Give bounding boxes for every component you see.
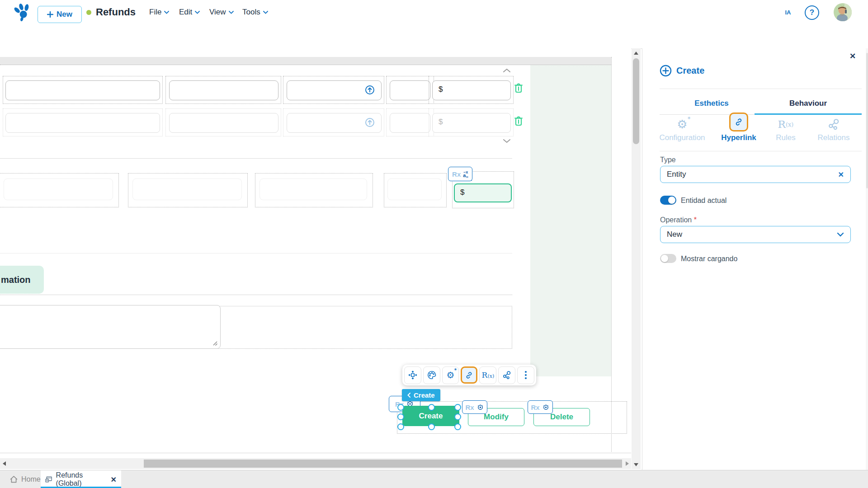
hyperlink-active-box <box>729 113 748 131</box>
section-tab-chip[interactable]: mation <box>0 266 44 294</box>
scroll-right-arrow[interactable] <box>624 460 630 467</box>
delete-rx-visibility-badge[interactable]: Rx <box>528 400 553 414</box>
plus-circle-icon <box>660 65 672 77</box>
rx-formula-badge[interactable]: Rx −xa„ <box>448 167 472 181</box>
rules-button[interactable]: R(x) <box>479 366 496 384</box>
selection-handle[interactable] <box>397 413 404 420</box>
menu-view[interactable]: View <box>209 8 234 17</box>
subtab-rules-label: Rules <box>776 133 795 142</box>
chevron-down-icon[interactable] <box>503 139 511 143</box>
subtab-hyperlink-label: Hyperlink <box>721 133 756 142</box>
tab-home[interactable]: Home <box>5 470 46 488</box>
selected-element-tag[interactable]: Create <box>402 389 440 401</box>
subtab-relations[interactable]: Relations <box>809 115 859 142</box>
chevron-up-icon[interactable] <box>503 68 511 73</box>
required-asterisk: * <box>694 216 697 224</box>
selection-handle[interactable] <box>397 404 404 411</box>
text-input-ghost <box>5 113 160 133</box>
subtab-rules[interactable]: R(x) Rules <box>765 115 806 142</box>
text-input[interactable] <box>5 80 160 100</box>
user-avatar[interactable] <box>834 3 852 21</box>
upload-arrow-icon <box>364 117 375 128</box>
properties-panel: ✕ Create Esthetics Behaviour ⚙ ✶ Configu… <box>642 48 868 470</box>
menu-edit[interactable]: Edit <box>179 8 200 17</box>
clear-type-icon[interactable]: ✕ <box>838 170 844 179</box>
faint-input[interactable] <box>4 178 113 200</box>
chevron-down-icon <box>195 11 200 14</box>
bottom-tab-bar: Home Refunds (Global) ✕ <box>0 470 868 488</box>
selection-handle[interactable] <box>454 404 461 411</box>
new-button[interactable]: New <box>38 6 82 23</box>
trash-icon[interactable] <box>513 81 524 95</box>
rx-label: Rx <box>452 170 461 178</box>
selection-handle[interactable] <box>454 413 461 420</box>
small-input-ghost <box>390 113 430 133</box>
more-options-button[interactable] <box>517 366 534 384</box>
scroll-left-arrow[interactable] <box>1 460 7 467</box>
upload-arrow-icon[interactable] <box>364 84 375 95</box>
status-dot <box>86 10 91 15</box>
app-logo[interactable] <box>13 3 33 23</box>
scroll-down-arrow[interactable] <box>632 461 641 468</box>
relations-button[interactable] <box>498 366 515 384</box>
rules-fx-icon: R(x) <box>482 371 495 380</box>
resize-grip-icon[interactable] <box>212 340 218 346</box>
comments-textarea[interactable] <box>0 305 221 349</box>
panel-close-icon[interactable]: ✕ <box>849 52 856 61</box>
selection-handle[interactable] <box>428 423 435 430</box>
tab-refunds-global-label: Refunds (Global) <box>56 471 106 488</box>
horizontal-scrollbar[interactable] <box>0 458 631 469</box>
section-highlight <box>530 57 611 376</box>
panel-divider <box>660 151 862 151</box>
modify-rx-visibility-badge[interactable]: Rx <box>462 400 487 414</box>
faint-input[interactable] <box>259 178 367 200</box>
hyperlink-button-active[interactable] <box>461 366 477 384</box>
entity-toggle-label: Entidad actual <box>681 197 726 205</box>
panel-scroll-thumb[interactable] <box>866 53 868 188</box>
vertical-scroll-thumb[interactable] <box>633 58 639 144</box>
menu-tools[interactable]: Tools <box>242 8 268 17</box>
currency-input[interactable] <box>432 80 511 100</box>
vertical-scrollbar[interactable] <box>632 48 641 469</box>
move-element-button[interactable] <box>404 366 421 384</box>
subtab-hyperlink-active[interactable]: Hyperlink <box>714 113 764 142</box>
help-button[interactable]: ? <box>805 5 819 20</box>
loading-toggle-off[interactable] <box>660 254 676 263</box>
style-palette-button[interactable] <box>423 366 440 384</box>
type-label: Type <box>660 156 676 164</box>
trash-icon[interactable] <box>513 114 524 128</box>
app-window: New Refunds File Edit View Tools IA ? <box>0 0 868 488</box>
tab-esthetics[interactable]: Esthetics <box>660 94 764 113</box>
text-input[interactable] <box>169 80 278 100</box>
scroll-up-arrow[interactable] <box>632 50 641 56</box>
entity-toggle-on[interactable] <box>660 196 676 205</box>
panel-scrollbar[interactable] <box>866 48 868 470</box>
ia-assistant-button[interactable]: IA <box>779 4 797 21</box>
sparkle-icon: ✶ <box>687 115 691 121</box>
tab-behaviour[interactable]: Behaviour <box>755 94 862 113</box>
plus-icon <box>47 11 53 18</box>
selection-handle[interactable] <box>397 423 404 430</box>
type-input[interactable]: Entity ✕ <box>660 166 851 183</box>
menu-view-label: View <box>209 8 226 17</box>
horizontal-scroll-thumb[interactable] <box>144 460 622 468</box>
selection-handle[interactable] <box>428 404 435 411</box>
menu-file[interactable]: File <box>149 8 169 17</box>
help-question-mark: ? <box>810 8 814 17</box>
chevron-down-icon <box>263 11 268 14</box>
tab-close-icon[interactable]: ✕ <box>111 475 117 484</box>
subtab-configuration[interactable]: ⚙ ✶ Configuration <box>655 115 709 142</box>
kebab-menu-icon <box>524 371 527 380</box>
operation-select[interactable]: New <box>660 226 851 243</box>
selected-element-label: Create <box>414 391 435 399</box>
small-input[interactable] <box>390 80 430 100</box>
faint-input[interactable] <box>387 178 442 200</box>
clipped-row-strip <box>0 57 611 65</box>
selection-handle[interactable] <box>454 423 461 430</box>
gear-icon: ⚙ <box>677 117 687 131</box>
new-button-label: New <box>57 10 72 19</box>
design-canvas[interactable]: $ $ <box>0 48 631 458</box>
tab-refunds-global-active[interactable]: Refunds (Global) ✕ <box>41 470 121 488</box>
configuration-button[interactable]: ⚙ ✶ <box>442 366 459 384</box>
faint-input[interactable] <box>132 178 242 200</box>
